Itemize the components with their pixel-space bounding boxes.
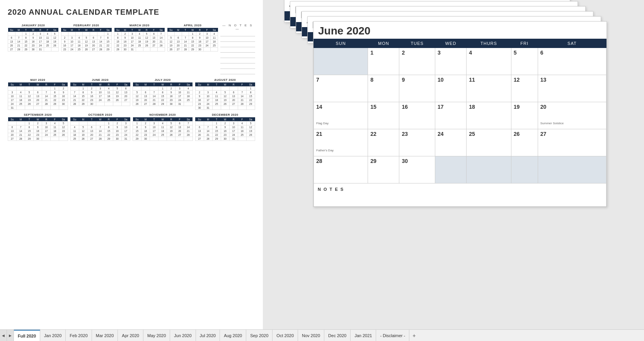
tab-oct-2020[interactable]: Oct 2020 [273,330,298,341]
tab-disclaimer[interactable]: - Disclaimer - [376,330,409,341]
table-row: 28 29 30 [314,156,607,183]
notes-line [220,70,255,74]
tab-bar: ◀ ▶ Full 2020 Jan 2020 Feb 2020 Mar 2020… [0,329,644,341]
day-cell: 25 [467,129,511,156]
fathers-day-label: Father's Day [316,149,365,152]
mini-cal-may: MAY 2020 SuMTWRFSa 12 3456789 1011121314… [8,78,68,110]
mini-cal-oct: OCTOBER 2020 SuMTWRFSa 123 45678910 1112… [70,113,131,141]
day-cell: 15 [368,102,399,129]
flag-day-label: Flag Day [316,122,365,125]
day-cell: 17 [435,102,466,129]
tab-jul-2020[interactable]: Jul 2020 [196,330,220,341]
tab-jan-2020[interactable]: Jan 2020 [40,330,66,341]
mini-cal-dec: DECEMBER 2020 SuMTWRFSa 12345 6789101112… [195,113,256,141]
col-sat: SAT [538,39,606,48]
mini-cal-jul: JULY 2020 SuMTWRFSa 1234 567891011 12131… [133,78,193,110]
tab-add-button[interactable]: + [409,332,419,339]
notes-label: N O T E S [318,187,344,192]
col-fri: FRI [511,39,538,48]
day-cell: 18 [467,102,511,129]
day-cell: 27 [538,129,606,156]
notes-line [220,59,255,63]
tab-nav-left[interactable]: ◀ [0,330,7,341]
notes-column: — N O T E S — [220,24,255,75]
day-cell: 1 [368,48,399,75]
june-title: June 2020 [318,25,602,37]
inactive-cell [538,156,606,183]
notes-line [220,53,255,58]
notes-row: N O T E S [314,183,607,207]
mini-cal-jun: JUNE 2020 SuMTWRFSa 123456 78910111213 1… [70,78,131,110]
notes-line [220,64,255,69]
col-mon: MON [368,39,399,48]
tab-aug-2020[interactable]: Aug 2020 [220,330,246,341]
sheet-area: 2020 ANNUAL CALENDAR TEMPLATE JANUARY 20… [0,0,644,329]
table-row: 14Flag Day 15 16 17 18 19 20Summer Solst… [314,102,607,129]
notes-line [220,37,255,42]
table-row: 21Father's Day 22 23 24 25 26 27 [314,129,607,156]
day-cell: 22 [368,129,399,156]
day-cell: 14Flag Day [314,102,368,129]
monthly-stack: January 2020 SUNMONTUES WEDTHURSFRISAT F… [263,0,644,329]
inactive-cell [467,156,511,183]
mini-cal-jan: JANUARY 2020 SuMTWRFSa 12345 6789101112 … [8,24,59,75]
day-cell: 20Summer Solstice [538,102,606,129]
mini-cal-aug: AUGUST 2020 SuMTWRFSa 1 2345678 91011121… [195,78,256,110]
day-cell: 5 [511,48,538,75]
day-cell: 3 [435,48,466,75]
notes-cell: N O T E S [314,183,607,207]
tab-nov-2020[interactable]: Nov 2020 [298,330,324,341]
tab-dec-2020[interactable]: Dec 2020 [324,330,351,341]
annual-title: 2020 ANNUAL CALENDAR TEMPLATE [8,8,255,17]
col-tues: TUES [399,39,435,48]
day-cell: 4 [467,48,511,75]
tab-full-2020[interactable]: Full 2020 [14,330,40,341]
day-cell: 13 [538,75,606,102]
tab-nav-right[interactable]: ▶ [7,330,14,341]
day-cell: 12 [511,75,538,102]
tab-jan-2021[interactable]: Jan 2021 [351,330,376,341]
mini-cal-sep: SEPTEMBER 2020 SuMTWRFSa 12345 678910111… [8,113,68,141]
inactive-cell [511,156,538,183]
day-cell: 23 [399,129,435,156]
day-cell: 8 [368,75,399,102]
tab-feb-2020[interactable]: Feb 2020 [66,330,92,341]
day-cell: 10 [435,75,466,102]
mini-cal-nov: NOVEMBER 2020 SuMTWRFSa 1234567 89101112… [133,113,193,141]
day-cell: 2 [399,48,435,75]
day-cell: 29 [368,156,399,183]
notes-title: — N O T E S — [220,24,255,31]
mini-cal-apr: APRIL 2020 SuMTWRFSa 1234 567891011 1213… [167,24,218,75]
june-table: SUN MON TUES WED THURS FRI SAT [313,39,607,207]
day-cell: 26 [511,129,538,156]
day-cell: 28 [314,156,368,183]
summer-solstice-label: Summer Solstice [540,122,604,125]
day-cell: 21Father's Day [314,129,368,156]
table-row: 7 8 9 10 11 12 13 [314,75,607,102]
notes-line [220,43,255,47]
day-cell: 30 [399,156,435,183]
day-cell: 24 [435,129,466,156]
june-card: June 2020 SUN MON TUES WED THURS FRI SAT [313,21,607,207]
june-header: June 2020 [313,22,607,39]
day-cell: 6 [538,48,606,75]
tab-sep-2020[interactable]: Sep 2020 [246,330,273,341]
table-row: 1 2 3 4 5 6 [314,48,607,75]
day-cell: 7 [314,75,368,102]
mini-cal-mar: MARCH 2020 SuMTWRFSa 1234567 89101112131… [114,24,165,75]
tab-mar-2020[interactable]: Mar 2020 [92,330,118,341]
mini-cal-feb: FEBRUARY 2020 SuMTWRFSa 1 2345678 910111… [61,24,112,75]
notes-line [220,48,255,53]
inactive-cell [435,156,466,183]
notes-line [220,32,255,36]
tab-may-2020[interactable]: May 2020 [143,330,170,341]
day-cell: 19 [511,102,538,129]
day-cell: 16 [399,102,435,129]
tab-apr-2020[interactable]: Apr 2020 [118,330,143,341]
col-wed: WED [435,39,466,48]
tab-jun-2020[interactable]: Jun 2020 [170,330,196,341]
day-cell: 9 [399,75,435,102]
annual-view: 2020 ANNUAL CALENDAR TEMPLATE JANUARY 20… [0,0,263,329]
inactive-cell [314,48,368,75]
day-cell: 11 [467,75,511,102]
